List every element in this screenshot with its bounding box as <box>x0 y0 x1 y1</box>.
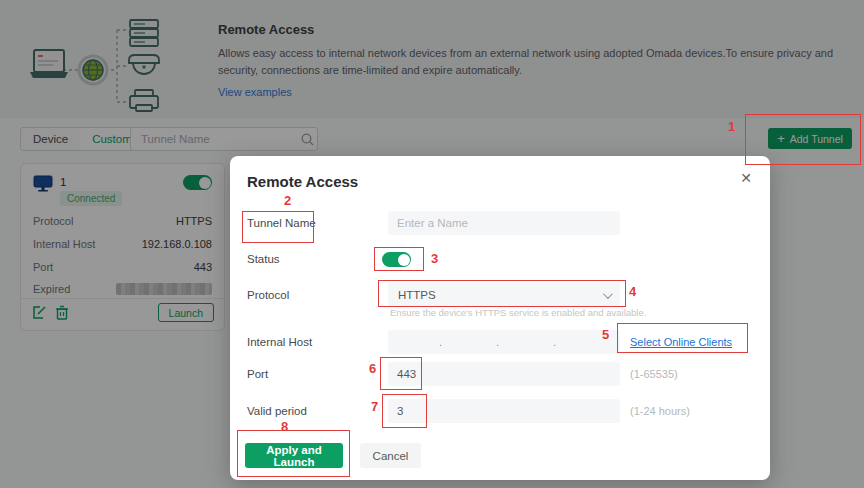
port-hint: (1-65535) <box>630 368 678 380</box>
protocol-helper-text: Ensure the device's HTTPS service is ena… <box>390 307 646 318</box>
internal-host-label: Internal Host <box>247 336 312 348</box>
internal-host-ip-input: . . . <box>388 330 620 354</box>
close-icon[interactable]: ✕ <box>740 170 752 186</box>
tunnel-name-input[interactable] <box>388 211 620 235</box>
valid-period-hint: (1-24 hours) <box>630 405 690 417</box>
ip-separator: . <box>436 336 445 348</box>
remote-access-dialog: Remote Access ✕ Tunnel Name Status Proto… <box>230 156 770 480</box>
apply-and-launch-button[interactable]: Apply and Launch <box>245 443 343 468</box>
valid-period-input[interactable] <box>388 399 620 423</box>
status-toggle[interactable] <box>382 252 411 267</box>
protocol-label: Protocol <box>247 289 289 301</box>
protocol-value: HTTPS <box>398 289 603 301</box>
status-label: Status <box>247 253 280 265</box>
ip-octet-4[interactable] <box>559 336 607 348</box>
chevron-down-icon <box>603 289 613 299</box>
select-online-clients-link[interactable]: Select Online Clients <box>630 336 732 348</box>
ip-separator: . <box>550 336 559 348</box>
valid-period-label: Valid period <box>247 405 307 417</box>
dialog-title: Remote Access <box>247 173 358 190</box>
ip-separator: . <box>493 336 502 348</box>
tunnel-name-label: Tunnel Name <box>247 217 316 229</box>
protocol-select[interactable]: HTTPS <box>388 283 620 307</box>
port-label: Port <box>247 368 268 380</box>
ip-octet-1[interactable] <box>388 336 436 348</box>
ip-octet-3[interactable] <box>502 336 550 348</box>
ip-octet-2[interactable] <box>445 336 493 348</box>
port-input[interactable] <box>388 362 620 386</box>
cancel-button[interactable]: Cancel <box>360 443 421 468</box>
